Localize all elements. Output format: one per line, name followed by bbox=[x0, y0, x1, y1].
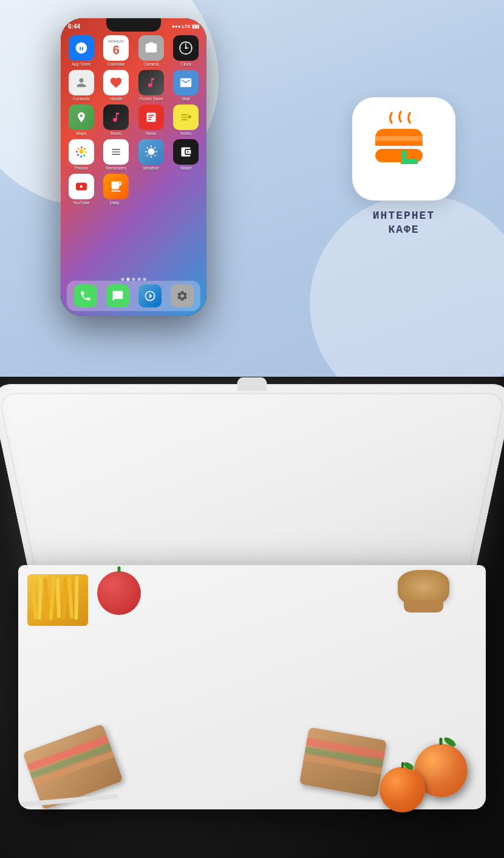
top-section: 6:44 ●●● LTE ▮▮▮ bbox=[0, 0, 504, 377]
maps-icon bbox=[69, 105, 94, 130]
contacts-label: Contacts bbox=[73, 97, 90, 101]
app-icon-wallet[interactable]: Wallet bbox=[171, 139, 202, 170]
camera-label: Camera bbox=[143, 62, 158, 66]
phone-notch bbox=[106, 18, 161, 32]
youtube-label: YouTube bbox=[73, 201, 90, 205]
calendar-label: Calendar bbox=[107, 62, 124, 66]
app-icon-appstore[interactable]: App Store bbox=[66, 35, 97, 66]
itunes-label: iTunes Store bbox=[139, 97, 163, 101]
app-icon-news[interactable]: News bbox=[135, 105, 167, 136]
fries bbox=[27, 574, 88, 626]
red-fruit bbox=[97, 571, 141, 615]
app-icon-mail[interactable]: Mail bbox=[171, 70, 202, 101]
app-icon-daily[interactable]: Daily... bbox=[101, 174, 132, 205]
notes-icon bbox=[173, 105, 199, 130]
phone-dock bbox=[67, 281, 200, 311]
app-icon-music[interactable]: Music bbox=[101, 105, 132, 136]
clock-label: Clock bbox=[180, 62, 191, 66]
app-icon-contacts[interactable]: Contacts bbox=[66, 70, 97, 101]
photos-label: Photos bbox=[75, 166, 88, 170]
app-icon-itunes[interactable]: iTunes Store bbox=[135, 70, 167, 101]
news-icon bbox=[138, 105, 164, 130]
calendar-icon: Monday 6 bbox=[103, 35, 129, 61]
news-label: News bbox=[146, 131, 157, 136]
dock-settings-icon[interactable] bbox=[171, 284, 194, 307]
appstore-label: App Store bbox=[72, 62, 90, 66]
svg-rect-13 bbox=[375, 141, 423, 146]
maps-label: Maps bbox=[76, 131, 86, 136]
app-logo-box bbox=[352, 97, 455, 201]
app-icon-calendar[interactable]: Monday 6 Calendar bbox=[101, 35, 132, 66]
carrier-label: LTE bbox=[182, 24, 191, 29]
music-icon bbox=[103, 105, 129, 130]
svg-rect-18 bbox=[402, 159, 418, 164]
youtube-icon bbox=[69, 174, 94, 199]
app-icon-photos[interactable]: Photos bbox=[66, 139, 97, 170]
app-icon-clock[interactable]: Clock bbox=[171, 35, 202, 66]
app-icon-camera[interactable]: Camera bbox=[135, 35, 167, 66]
health-label: Health bbox=[110, 97, 122, 101]
bottom-section bbox=[0, 377, 504, 858]
muffin bbox=[398, 570, 449, 613]
tangerine-2 bbox=[380, 767, 425, 812]
battery-icon: ▮▮▮ bbox=[192, 24, 199, 29]
app-grid: App Store Monday 6 Calendar bbox=[66, 35, 202, 205]
phone-mockup: 6:44 ●●● LTE ▮▮▮ bbox=[61, 18, 206, 316]
signal-icon: ●●● bbox=[172, 24, 181, 29]
appstore-icon bbox=[69, 35, 94, 61]
weather-icon bbox=[138, 139, 164, 165]
health-icon bbox=[103, 70, 129, 95]
itunes-icon bbox=[138, 70, 164, 95]
dock-messages-icon[interactable] bbox=[106, 284, 129, 307]
app-icon-health[interactable]: Health bbox=[101, 70, 132, 101]
wallet-label: Wallet bbox=[180, 166, 192, 170]
wallet-icon bbox=[173, 139, 199, 165]
status-icons: ●●● LTE ▮▮▮ bbox=[172, 24, 199, 29]
app-icon-youtube[interactable]: YouTube bbox=[66, 174, 97, 205]
calendar-date: 6 bbox=[113, 43, 120, 57]
phone-outer: 6:44 ●●● LTE ▮▮▮ bbox=[61, 18, 206, 316]
app-icon-weather[interactable]: Weather bbox=[135, 139, 167, 170]
status-time: 6:44 bbox=[68, 23, 80, 30]
notes-label: Notes bbox=[180, 131, 191, 136]
app-logo-section: ИНТЕРНЕТ КАФЕ bbox=[352, 97, 455, 238]
camera-icon bbox=[138, 35, 164, 61]
cafe-logo-svg bbox=[364, 109, 443, 188]
app-icon-maps[interactable]: Maps bbox=[66, 105, 97, 136]
reminders-icon bbox=[103, 139, 129, 165]
daily-icon bbox=[103, 174, 129, 199]
app-name-text: ИНТЕРНЕТ КАФЕ bbox=[373, 209, 435, 238]
daily-label: Daily... bbox=[110, 201, 123, 205]
app-icon-notes[interactable]: Notes bbox=[171, 105, 202, 136]
dock-phone-icon[interactable] bbox=[74, 284, 97, 307]
mail-icon bbox=[173, 70, 199, 95]
phone-screen: 6:44 ●●● LTE ▮▮▮ bbox=[61, 18, 206, 316]
photos-icon bbox=[69, 139, 94, 165]
app-icon-reminders[interactable]: Reminders bbox=[101, 139, 132, 170]
mail-label: Mail bbox=[182, 97, 190, 101]
dock-safari-icon[interactable] bbox=[138, 284, 162, 307]
contacts-icon bbox=[69, 70, 94, 95]
music-label: Music bbox=[111, 131, 121, 136]
reminders-label: Reminders bbox=[106, 166, 126, 170]
clock-icon bbox=[173, 35, 199, 61]
sandwich-area bbox=[30, 712, 395, 797]
svg-rect-11 bbox=[375, 136, 423, 141]
weather-label: Weather bbox=[143, 166, 159, 170]
